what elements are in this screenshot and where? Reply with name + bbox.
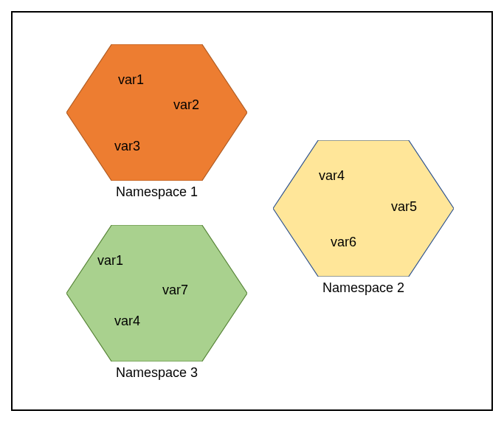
namespace-2-var-3: var6 — [331, 235, 356, 250]
namespace-1-label: Namespace 1 — [66, 184, 247, 200]
hexagon-icon — [66, 225, 247, 362]
namespace-2-var-2: var5 — [391, 199, 417, 215]
namespace-3-var-1: var1 — [97, 253, 123, 269]
namespace-3: var1var7var4Namespace 3 — [66, 225, 247, 384]
diagram-canvas: var1var2var3Namespace 1var4var5var6Names… — [0, 0, 504, 422]
namespace-1-var-1: var1 — [118, 72, 144, 88]
namespace-3-label: Namespace 3 — [66, 365, 247, 381]
namespace-3-var-3: var4 — [114, 314, 140, 329]
namespace-1: var1var2var3Namespace 1 — [66, 44, 247, 203]
hexagon-icon — [273, 140, 454, 277]
namespace-2: var4var5var6Namespace 2 — [273, 140, 454, 299]
namespace-1-var-2: var2 — [173, 97, 199, 113]
namespace-2-var-1: var4 — [319, 168, 345, 184]
hexagon-icon — [66, 44, 247, 181]
namespace-3-var-2: var7 — [162, 283, 188, 298]
namespace-1-var-3: var3 — [114, 139, 140, 154]
namespace-2-label: Namespace 2 — [273, 280, 454, 296]
